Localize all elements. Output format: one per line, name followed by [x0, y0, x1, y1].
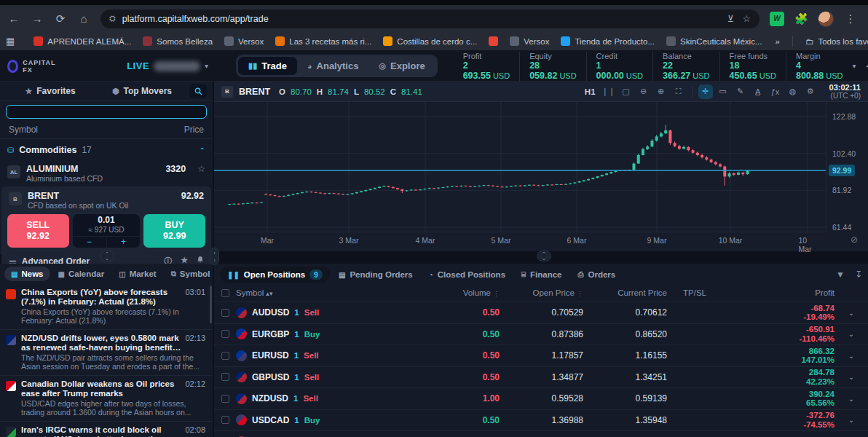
section-collapse-icon[interactable]: ⌃ — [200, 146, 205, 154]
account-selector[interactable]: LIVE ▾ — [127, 60, 208, 71]
row-expand-chevron[interactable]: ⌄ — [835, 395, 868, 403]
tab-calendar[interactable]: ▦Calendar — [52, 267, 111, 281]
zoom-in-icon[interactable]: ⊕ — [654, 84, 668, 99]
chart-collapse-handle[interactable]: ⌃⌄ — [537, 251, 551, 261]
chart-type-icon[interactable]: ❘❘ — [601, 84, 616, 99]
watchlist-collapse-handle[interactable]: ⌃⌄ — [100, 251, 114, 261]
bookmark-item[interactable]: Versox — [219, 35, 269, 47]
col-profit[interactable]: Profit — [736, 288, 835, 297]
globe-icon[interactable]: ◍ — [786, 84, 800, 99]
row-expand-chevron[interactable]: ⌄ — [835, 309, 868, 317]
tab-pending-orders[interactable]: ▤Pending Orders — [331, 267, 420, 282]
text-tool-icon[interactable]: A̲ — [751, 84, 765, 99]
row-checkbox[interactable] — [221, 395, 229, 403]
bookmark-item[interactable]: Somos Belleza — [138, 35, 218, 47]
news-item[interactable]: Iran's IRGC warns it could block oil exp… — [0, 422, 213, 437]
news-item[interactable]: NZD/USD drifts lower, eyes 0.5800 mark a… — [0, 330, 213, 376]
row-checkbox[interactable] — [221, 309, 229, 317]
zoom-out-icon[interactable]: ⊖ — [636, 84, 651, 99]
bookmark-item[interactable]: Versox — [505, 35, 554, 47]
price-axis[interactable]: 122.88102.4081.9261.4492.99 — [826, 102, 868, 232]
browser-profile-avatar[interactable] — [818, 11, 834, 27]
row-checkbox[interactable] — [221, 352, 229, 360]
position-row[interactable]: EURGBP1Buy0.500.873860.86520-650.91-110.… — [214, 323, 868, 345]
tab-orders[interactable]: ⎙Orders — [571, 267, 623, 282]
row-expand-chevron[interactable]: ⌄ — [835, 373, 868, 381]
shapes-icon[interactable]: ▢ — [619, 84, 634, 99]
watchlist-search-icon[interactable] — [189, 84, 207, 98]
row-checkbox[interactable] — [221, 416, 229, 424]
install-app-icon[interactable]: ⊻ — [727, 13, 734, 24]
tab-analytics[interactable]: ◕Analytics — [297, 57, 368, 75]
tab-closed-positions[interactable]: ◔Closed Positions — [422, 267, 513, 282]
tab-trade[interactable]: ▮▮Trade — [238, 57, 297, 75]
position-row[interactable]: AUDUSD1Sell0.500.705290.70612-68.74-19.4… — [214, 302, 868, 323]
col-tpsl[interactable]: TP/SL — [667, 288, 736, 297]
time-axis[interactable]: Mar3 Mar4 Mar5 Mar6 Mar9 Mar10 Mar10 Mar — [214, 232, 826, 248]
quantity-plus-button[interactable]: + — [107, 237, 141, 248]
col-current-price[interactable]: Current Price — [583, 288, 667, 297]
row-expand-chevron[interactable]: ⌄ — [835, 352, 868, 360]
download-icon[interactable]: ↧ — [855, 269, 862, 280]
row-expand-chevron[interactable]: ⌄ — [835, 416, 868, 424]
tab-finance[interactable]: ⌸Finance — [514, 267, 569, 282]
news-scrollbar[interactable] — [210, 286, 212, 323]
sell-button[interactable]: SELL 92.92 — [7, 214, 69, 248]
tab-favorites[interactable]: ★ Favorites — [6, 86, 95, 96]
forward-icon[interactable]: → — [31, 12, 44, 25]
row-checkbox[interactable] — [221, 373, 229, 381]
fullscreen-icon[interactable]: ⛶ — [671, 84, 686, 99]
instrument-row[interactable]: ALALUMINIUMAluminium based CFD3320☆ — [0, 161, 213, 186]
chart-canvas[interactable] — [214, 102, 868, 232]
tab-top-movers[interactable]: ⬢ Top Movers — [98, 86, 186, 96]
brand-logo[interactable]: CAPITAL FX — [7, 59, 58, 74]
select-all-checkbox[interactable] — [221, 289, 229, 297]
all-bookmarks-folder[interactable]: 🗀 Todos los favoritos — [800, 36, 868, 47]
row-checkbox[interactable] — [221, 330, 229, 338]
position-row[interactable]: GBPUSD1Sell0.501.348771.34251284.7842.23… — [214, 366, 868, 388]
bookmark-star-icon[interactable]: ☆ — [743, 13, 751, 24]
reload-icon[interactable]: ⟳ — [54, 12, 67, 25]
tag-icon[interactable]: ▭ — [716, 84, 730, 99]
news-item[interactable]: Canadian Dollar weakens as Oil prices ea… — [0, 376, 213, 422]
bookmark-item[interactable]: APRENDER ALEMÁ... — [28, 35, 136, 47]
col-open-price[interactable]: Open Price⋮ — [500, 288, 583, 297]
position-row[interactable]: NZDUSD1Sell1.000.595280.59139390.2465.56… — [214, 387, 868, 409]
position-row[interactable]: EURUSD1Sell0.501.178571.16155866.32147.0… — [214, 345, 868, 366]
tab-explore[interactable]: ◎Explore — [368, 57, 435, 75]
filter-icon[interactable]: ▼ — [836, 269, 845, 280]
quantity-value[interactable]: 0.01 — [73, 216, 141, 225]
tab-market[interactable]: ◫Market — [112, 267, 163, 281]
crosshair-icon[interactable]: ✛ — [698, 84, 713, 99]
browser-menu-icon[interactable]: ⋮ — [844, 12, 857, 25]
extensions-icon[interactable]: 🧩 — [794, 12, 808, 25]
pencil-icon[interactable]: ✎ — [733, 84, 748, 99]
tab-symbol-info[interactable]: ⧉Symbol info — [165, 267, 213, 281]
bookmark-item[interactable]: Tienda de Producto... — [556, 35, 660, 47]
bookmark-item[interactable]: Costillas de cerdo c... — [378, 35, 482, 47]
watchlist-search-input[interactable] — [6, 105, 207, 119]
col-volume[interactable]: Volume⋮ — [434, 288, 500, 297]
tab-news[interactable]: ▤News — [4, 267, 50, 281]
timeframe-selector[interactable]: H1 — [585, 87, 596, 96]
column-price[interactable]: Price — [184, 125, 204, 135]
bookmark-item[interactable] — [484, 35, 503, 47]
position-row[interactable]: USDCHF1Buy0.500.774840.77753220.03⌄ — [214, 430, 868, 437]
site-settings-icon[interactable]: ⛭ — [109, 14, 116, 23]
buy-button[interactable]: BUY 92.99 — [143, 214, 205, 248]
back-icon[interactable]: ← — [7, 12, 20, 25]
stats-chevron-icon[interactable]: ▾ — [852, 62, 856, 70]
url-bar[interactable]: ⛭ platform.capitalfxweb.com/app/trade ⊻ … — [100, 9, 760, 28]
chart-symbol-name[interactable]: BRENT — [239, 87, 270, 97]
col-symbol[interactable]: Symbol▴▾ — [236, 288, 345, 297]
quantity-minus-button[interactable]: − — [73, 237, 107, 248]
news-item[interactable]: China Exports (YoY) above forecasts (7.1… — [0, 284, 213, 330]
apps-grid-icon[interactable]: ▦ — [6, 36, 15, 47]
position-row[interactable]: USDCAD1Buy0.501.369881.35948-372.76-74.5… — [214, 409, 868, 431]
fx-indicators-icon[interactable]: ƒx — [768, 84, 783, 99]
row-expand-chevron[interactable]: ⌄ — [835, 330, 868, 338]
sidebar-collapse-handle[interactable]: ‹› — [210, 248, 219, 265]
axis-reset-icon[interactable]: ⊘ — [851, 235, 858, 245]
favorite-star-icon[interactable]: ☆ — [197, 164, 205, 174]
home-icon[interactable]: ⌂ — [77, 12, 90, 25]
